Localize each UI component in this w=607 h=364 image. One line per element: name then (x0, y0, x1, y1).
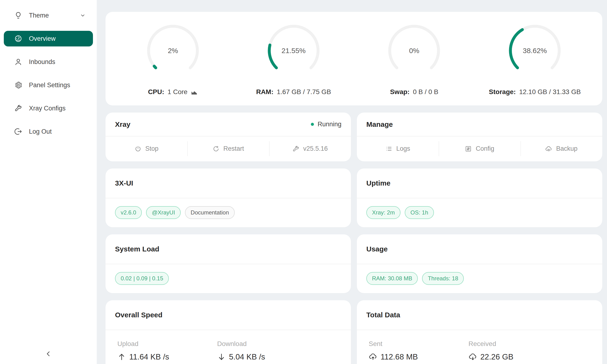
cpu-percent: 2% (144, 22, 202, 80)
sent-label: Sent (369, 340, 469, 348)
storage-percent: 38.62% (506, 22, 564, 80)
usage-card: Usage RAM: 30.08 MB Threads: 18 (357, 234, 602, 293)
threads-badge: Threads: 18 (422, 272, 464, 285)
main-content: 2% CPU: 1 Core 21.55% RAM: 1.67 GB / 7 (97, 0, 607, 364)
wrench-icon (14, 104, 22, 112)
uptime-card-title: Uptime (366, 179, 391, 187)
xray-version-button[interactable]: v25.5.16 (269, 136, 351, 161)
xray-uptime-badge: Xray: 2m (366, 206, 400, 219)
sidebar-item-label: Theme (29, 12, 49, 19)
sent-metric: Sent 112.68 MB (369, 340, 469, 361)
sent-value: 112.68 MB (381, 352, 418, 361)
sidebar-item-label: Xray Configs (29, 105, 66, 112)
sidebar-item-overview[interactable]: Overview (4, 31, 93, 46)
system-load-title: System Load (115, 245, 159, 253)
system-load-card: System Load 0.02 | 0.09 | 0.15 (106, 234, 351, 293)
xui-card-title: 3X-UI (115, 179, 133, 187)
dashboard-icon (14, 35, 22, 43)
sidebar-item-label: Log Out (29, 128, 52, 135)
arrow-down-icon (217, 353, 226, 361)
documentation-badge[interactable]: Documentation (185, 206, 235, 219)
running-status-label: Running (317, 121, 342, 128)
usage-card-title: Usage (366, 245, 388, 253)
sidebar-item-theme[interactable]: Theme (4, 8, 93, 23)
chevron-down-icon (80, 12, 86, 18)
version-badge[interactable]: v2.6.0 (115, 206, 142, 219)
cloud-upload-icon (369, 353, 377, 361)
overall-speed-title: Overall Speed (115, 311, 162, 319)
os-uptime-badge: OS: 1h (405, 206, 434, 219)
xray-card-title: Xray (115, 120, 131, 129)
sidebar-item-label: Panel Settings (29, 81, 70, 89)
running-status-dot (311, 123, 314, 126)
swap-percent: 0% (385, 22, 443, 80)
stop-button[interactable]: Stop (106, 136, 187, 161)
load-average-badge: 0.02 | 0.09 | 0.15 (115, 272, 169, 285)
config-button[interactable]: Config (439, 136, 520, 161)
received-value: 22.26 GB (480, 352, 513, 361)
sidebar-item-xray-configs[interactable]: Xray Configs (4, 101, 93, 116)
manage-card-title: Manage (366, 120, 393, 129)
overall-speed-card: Overall Speed Upload 11.64 KB /s Downloa… (106, 300, 351, 364)
upload-metric: Upload 11.64 KB /s (117, 340, 217, 361)
swap-gauge: 0% Swap: 0 B / 0 B (354, 22, 475, 96)
sidebar-item-label: Inbounds (29, 58, 55, 66)
storage-label: Storage: 12.10 GB / 31.33 GB (489, 88, 581, 96)
xray-status: Running (311, 121, 342, 128)
cpu-label: CPU: 1 Core (148, 88, 198, 96)
download-metric: Download 5.04 KB /s (217, 340, 317, 361)
backup-button[interactable]: Backup (520, 136, 602, 161)
download-label: Download (217, 340, 317, 348)
received-label: Received (469, 340, 568, 348)
ram-gauge: 21.55% RAM: 1.67 GB / 7.75 GB (233, 22, 354, 96)
logs-button[interactable]: Logs (357, 136, 439, 161)
cpu-gauge: 2% CPU: 1 Core (113, 22, 233, 96)
total-data-title: Total Data (366, 311, 400, 319)
swap-label: Swap: 0 B / 0 B (390, 88, 438, 96)
sidebar: Theme Overview Inbounds Panel Settings X… (0, 0, 97, 364)
uptime-card: Uptime Xray: 2m OS: 1h (357, 169, 602, 227)
sidebar-item-inbounds[interactable]: Inbounds (4, 54, 93, 70)
sidebar-item-panel-settings[interactable]: Panel Settings (4, 77, 93, 93)
xray-card: Xray Running Stop Restart (106, 113, 351, 161)
area-chart-icon (190, 88, 198, 96)
power-icon (134, 145, 142, 152)
ram-percent: 21.55% (265, 22, 323, 80)
cloud-server-icon (545, 145, 552, 152)
system-stats-card: 2% CPU: 1 Core 21.55% RAM: 1.67 GB / 7 (106, 12, 602, 105)
restart-icon (212, 145, 220, 152)
received-metric: Received 22.26 GB (469, 340, 568, 361)
sliders-icon (465, 145, 472, 152)
restart-button[interactable]: Restart (187, 136, 269, 161)
total-data-card: Total Data Sent 112.68 MB Received (357, 300, 602, 364)
download-value: 5.04 KB /s (229, 352, 265, 361)
upload-label: Upload (117, 340, 217, 348)
sidebar-item-label: Overview (29, 35, 56, 42)
ram-usage-badge: RAM: 30.08 MB (366, 272, 418, 285)
upload-value: 11.64 KB /s (129, 352, 169, 361)
manage-card: Manage Logs Config (357, 113, 602, 161)
sidebar-item-log-out[interactable]: Log Out (4, 124, 93, 139)
gear-icon (14, 81, 22, 89)
user-icon (14, 58, 22, 66)
logout-icon (14, 128, 22, 136)
telegram-badge[interactable]: @XrayUI (146, 206, 181, 219)
cloud-download-icon (469, 353, 477, 361)
sidebar-collapse-button[interactable] (0, 350, 97, 358)
ram-label: RAM: 1.67 GB / 7.75 GB (256, 88, 331, 96)
arrow-up-icon (117, 353, 126, 361)
storage-gauge: 38.62% Storage: 12.10 GB / 31.33 GB (475, 22, 595, 96)
xui-card: 3X-UI v2.6.0 @XrayUI Documentation (106, 169, 351, 227)
bulb-icon (14, 11, 22, 19)
list-icon (385, 145, 392, 152)
wrench-icon (292, 145, 300, 152)
chevron-left-icon (44, 350, 53, 358)
